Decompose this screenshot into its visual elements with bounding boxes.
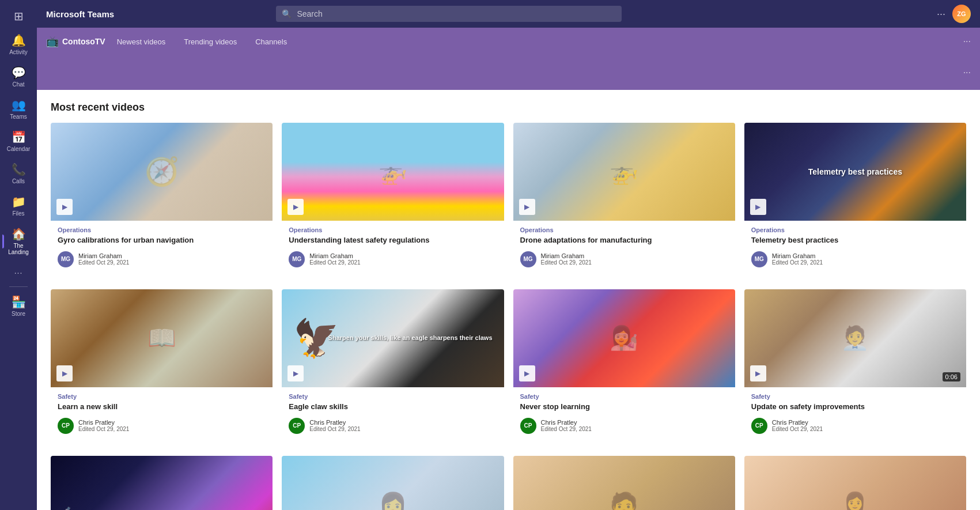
user-avatar[interactable]: ZG [952, 5, 971, 23]
thumb-bg-v2: 🚁 [282, 123, 504, 221]
video-title-v8: Update on safety improvements [751, 402, 959, 412]
search-bar: 🔍 [276, 6, 622, 22]
video-grid-row1: 🧭 ▶ Operations Gyro calibrations for urb… [51, 123, 966, 275]
topbar-more-button[interactable]: ··· [937, 8, 945, 20]
author-date-v6: Edited Oct 29, 2021 [309, 426, 360, 432]
nav-newest-videos[interactable]: Newest videos [110, 34, 173, 50]
sidebar-item-calendar[interactable]: 📅 Calendar [2, 126, 35, 157]
video-title-v2: Understanding latest safety regulations [289, 236, 497, 245]
video-thumb-v12: 👩‍💼 ▶ [744, 456, 966, 510]
sidebar-item-more[interactable]: ··· [2, 263, 35, 282]
thumb-bg-v10: 👩 [282, 456, 504, 510]
play-button-v4[interactable]: ▶ [750, 199, 766, 215]
sidebar-item-files[interactable]: 📁 Files [2, 190, 35, 221]
video-info-v6: Safety Eagle claw skills CP Chris Pratle… [282, 387, 504, 442]
search-icon: 🔍 [282, 9, 292, 18]
telemetry-thumb-text: Telemetry best practices [808, 167, 902, 177]
main-area: Microsoft Teams 🔍 ··· ZG 📺 ContosoTV New… [37, 0, 980, 510]
video-card-v10[interactable]: 👩 ▶ [282, 456, 504, 510]
video-card-v8[interactable]: 🧑‍💼 ▶ 0:06 Safety Update on safety impro… [744, 289, 966, 442]
author-info-v1: Miriam Graham Edited Oct 29, 2021 [78, 252, 129, 266]
video-category-v8: Safety [751, 393, 959, 400]
video-card-v5[interactable]: 📖 ▶ Safety Learn a new skill CP Chris Pr… [51, 289, 273, 442]
video-card-v12[interactable]: 👩‍💼 ▶ [744, 456, 966, 510]
nav-trending-videos[interactable]: Trending videos [177, 34, 244, 50]
duration-badge-v8: 0:06 [943, 372, 960, 381]
author-info-v8: Chris Pratley Edited Oct 29, 2021 [772, 419, 823, 432]
author-date-v7: Edited Oct 29, 2021 [541, 426, 592, 432]
video-category-v5: Safety [58, 393, 266, 400]
brand-name: ContosoTV [62, 37, 105, 46]
video-card-v11[interactable]: 🧑 ▶ [513, 456, 735, 510]
content-scroll[interactable]: Most recent videos 🧭 ▶ Operations Gyro c… [37, 90, 980, 510]
play-button-v1[interactable]: ▶ [56, 199, 73, 215]
thumb-bg-v12: 👩‍💼 [744, 456, 966, 510]
calendar-icon: 📅 [12, 130, 26, 144]
video-category-v4: Operations [751, 226, 959, 233]
thumb-bg-v7: 👩‍🔬 [513, 289, 735, 387]
author-name-v5: Chris Pratley [78, 419, 129, 426]
video-title-v7: Never stop learning [520, 402, 728, 412]
play-button-v5[interactable]: ▶ [56, 365, 73, 381]
thumb-bg-v9: STEAM 🔬 [51, 456, 273, 510]
nav-options-button[interactable]: ··· [963, 36, 971, 47]
video-thumb-v1: 🧭 ▶ [51, 123, 273, 221]
activity-icon: 🔔 [12, 33, 26, 47]
sidebar-item-chat[interactable]: 💬 Chat [2, 61, 35, 92]
search-input[interactable] [276, 6, 622, 22]
topbar: Microsoft Teams 🔍 ··· ZG [37, 0, 980, 28]
sidebar-label-teams: Teams [10, 114, 27, 120]
thumb-bg-v1: 🧭 [51, 123, 273, 221]
author-name-v6: Chris Pratley [309, 419, 360, 426]
sidebar-item-teams[interactable]: 👥 Teams [2, 93, 35, 124]
video-card-v9[interactable]: STEAM 🔬 ▶ [51, 456, 273, 510]
grid-icon: ⊞ [14, 9, 24, 23]
author-name-v7: Chris Pratley [541, 419, 592, 426]
video-category-v1: Operations [58, 226, 266, 233]
video-thumb-v9: STEAM 🔬 ▶ [51, 456, 273, 510]
video-card-v1[interactable]: 🧭 ▶ Operations Gyro calibrations for urb… [51, 123, 273, 275]
video-category-v6: Safety [289, 393, 497, 400]
play-button-v6[interactable]: ▶ [287, 365, 304, 381]
sidebar-item-grid[interactable]: ⊞ [2, 5, 35, 28]
sidebar-item-calls[interactable]: 📞 Calls [2, 158, 35, 189]
play-button-v3[interactable]: ▶ [519, 199, 535, 215]
play-button-v8[interactable]: ▶ [750, 365, 766, 381]
nav-channels[interactable]: Channels [248, 34, 294, 50]
banner-options-button[interactable]: ··· [963, 67, 971, 78]
author-avatar-v4: MG [751, 251, 767, 267]
play-button-v7[interactable]: ▶ [519, 365, 535, 381]
video-info-v3: Operations Drone adaptations for manufac… [513, 221, 735, 275]
video-thumb-v2: 🚁 ▶ [282, 123, 504, 221]
author-avatar-v1: MG [58, 251, 74, 267]
video-author-v7: CP Chris Pratley Edited Oct 29, 2021 [520, 418, 728, 434]
video-info-v5: Safety Learn a new skill CP Chris Pratle… [51, 387, 273, 442]
sidebar-label-chat: Chat [12, 81, 24, 88]
author-name-v2: Miriam Graham [309, 252, 360, 259]
sidebar-item-landing[interactable]: 🏠 The Landing [2, 222, 35, 260]
video-thumb-v3: 🚁 ▶ [513, 123, 735, 221]
author-avatar-v3: MG [520, 251, 536, 267]
video-grid-row3: STEAM 🔬 ▶ 👩 ▶ 🧑 [51, 456, 966, 510]
video-card-v6[interactable]: 🦅 Sharpen your skills, like an eagle sha… [282, 289, 504, 442]
content-nav: 📺 ContosoTV Newest videos Trending video… [37, 28, 980, 55]
video-author-v1: MG Miriam Graham Edited Oct 29, 2021 [58, 251, 266, 267]
video-author-v6: CP Chris Pratley Edited Oct 29, 2021 [289, 418, 497, 434]
brand-logo[interactable]: 📺 ContosoTV [46, 35, 105, 48]
author-date-v2: Edited Oct 29, 2021 [309, 259, 360, 266]
video-card-v2[interactable]: 🚁 ▶ Operations Understanding latest safe… [282, 123, 504, 275]
video-category-v3: Operations [520, 226, 728, 233]
sidebar-item-activity[interactable]: 🔔 Activity [2, 29, 35, 60]
video-title-v6: Eagle claw skills [289, 402, 497, 412]
video-category-v7: Safety [520, 393, 728, 400]
video-card-v4[interactable]: Telemetry best practices ▶ Operations Te… [744, 123, 966, 275]
sidebar-item-store[interactable]: 🏪 Store [2, 290, 35, 322]
thumb-bg-v4: Telemetry best practices [744, 123, 966, 221]
video-card-v3[interactable]: 🚁 ▶ Operations Drone adaptations for man… [513, 123, 735, 275]
video-card-v7[interactable]: 👩‍🔬 ▶ Safety Never stop learning CP Chri… [513, 289, 735, 442]
topbar-right: ··· ZG [937, 5, 971, 23]
play-button-v2[interactable]: ▶ [287, 199, 304, 215]
app-title: Microsoft Teams [46, 9, 114, 19]
video-thumb-v7: 👩‍🔬 ▶ [513, 289, 735, 387]
sidebar-divider [9, 286, 28, 287]
